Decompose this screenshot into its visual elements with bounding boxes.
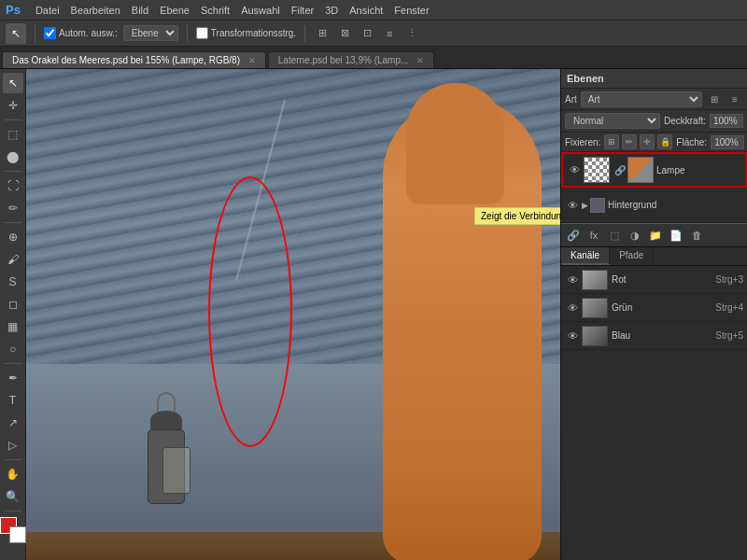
lantern-body	[148, 429, 185, 504]
menu-fenster[interactable]: Fenster	[394, 5, 429, 16]
art-select[interactable]: Art	[581, 91, 702, 107]
tab-secondary-close[interactable]: ✕	[416, 56, 424, 65]
tooltip-box: Zeigt die Verbindung von Ebenenmaske und…	[474, 207, 560, 225]
tool-gradient[interactable]: ▦	[3, 316, 23, 337]
tool-clone[interactable]: S	[3, 272, 23, 292]
tool-dodge[interactable]: ○	[3, 339, 23, 359]
transformation-check[interactable]	[196, 27, 208, 39]
tool-heal[interactable]: ⊕	[3, 227, 23, 247]
layer-hintergrund-folder	[590, 198, 605, 213]
channel-gruen-shortcut: Strg+4	[715, 302, 743, 313]
menu-filter[interactable]: Filter	[291, 5, 314, 16]
layer-hintergrund-eye[interactable]: 👁	[565, 198, 580, 213]
menu-schrift[interactable]: Schrift	[201, 5, 230, 16]
lock-all-btn[interactable]: 🔒	[657, 134, 672, 149]
tool-sep-4	[5, 363, 21, 364]
channel-gruen-eye[interactable]: 👁	[565, 301, 580, 315]
tool-brush[interactable]: 🖌	[3, 249, 23, 270]
align-icon-2[interactable]: ⊠	[336, 25, 353, 42]
lock-position-btn[interactable]: ✛	[640, 134, 655, 149]
tool-rect-select[interactable]: ⬚	[3, 124, 23, 145]
menu-bild[interactable]: Bild	[132, 5, 148, 16]
layers-header: Ebenen	[561, 69, 747, 89]
channel-rot-thumb	[582, 270, 608, 290]
channel-rot[interactable]: 👁 Rot Strg+3	[561, 266, 747, 294]
add-adjustment-btn[interactable]: ◑	[627, 227, 643, 244]
tool-lasso[interactable]: ⬤	[3, 147, 23, 167]
tool-path-select[interactable]: ↗	[3, 413, 23, 433]
channel-blau-eye[interactable]: 👁	[565, 329, 580, 343]
tool-zoom[interactable]: 🔍	[3, 486, 23, 507]
tool-eyedropper[interactable]: ✏	[3, 198, 23, 218]
tool-arrow[interactable]: ↖	[3, 73, 23, 93]
tab-main[interactable]: Das Orakel des Meeres.psd bei 155% (Lamp…	[2, 51, 266, 68]
tab-secondary[interactable]: Laterne.psd bei 13,9% (Lamp... ✕	[268, 51, 434, 68]
channel-rot-eye[interactable]: 👁	[565, 273, 580, 287]
tool-sep-1	[5, 119, 21, 120]
menu-bearbeiten[interactable]: Bearbeiten	[71, 5, 120, 16]
layer-lampe-eye[interactable]: 👁	[567, 162, 582, 177]
channel-gruen-name: Grün	[612, 302, 715, 313]
add-mask-btn[interactable]: ⬚	[606, 227, 623, 244]
menu-bar: Ps Datei Bearbeiten Bild Ebene Schrift A…	[0, 0, 747, 21]
search-row: Art Art ⊞ ≡	[561, 89, 747, 110]
search-icon-btn[interactable]: ⊞	[706, 91, 723, 107]
channel-blau-thumb	[582, 326, 608, 346]
sep2	[187, 25, 188, 42]
align-icon-1[interactable]: ⊞	[314, 25, 331, 42]
blend-mode-select[interactable]: Normal	[565, 113, 660, 129]
tool-eraser[interactable]: ◻	[3, 294, 23, 315]
tool-text[interactable]: T	[3, 390, 23, 411]
background-color[interactable]	[9, 526, 26, 543]
flaech-input[interactable]	[711, 135, 744, 149]
menu-ebene[interactable]: Ebene	[160, 5, 190, 16]
tool-crop[interactable]: ⛶	[3, 175, 23, 196]
channel-rot-name: Rot	[612, 274, 715, 285]
menu-ansicht[interactable]: Ansicht	[349, 5, 383, 16]
lock-pixels-btn[interactable]: ✏	[622, 134, 637, 149]
align-icon-3[interactable]: ⊡	[359, 25, 375, 42]
tool-move[interactable]: ✛	[3, 95, 23, 116]
tool-pen[interactable]: ✒	[3, 368, 23, 388]
add-style-btn[interactable]: fx	[585, 227, 602, 244]
ps-logo: Ps	[6, 3, 21, 17]
layer-hintergrund[interactable]: 👁 ▶ Hintergrund	[561, 188, 747, 223]
link-layers-btn[interactable]: 🔗	[565, 227, 582, 244]
move-tool-btn[interactable]: ↖	[6, 23, 26, 44]
align-icon-4[interactable]: ≡	[381, 25, 398, 42]
autom-checkbox[interactable]: Autom. ausw.:	[44, 27, 118, 39]
lantern-top	[150, 411, 182, 429]
color-squares	[0, 517, 26, 543]
tab-pfade[interactable]: Pfade	[610, 247, 654, 265]
channel-blau[interactable]: 👁 Blau Strg+5	[561, 322, 747, 350]
filter-icon[interactable]: ≡	[726, 91, 743, 107]
toolbar-row: ↖ Autom. ausw.: Ebene Transformationsstr…	[0, 21, 747, 47]
new-layer-btn[interactable]: 📄	[668, 227, 684, 244]
channel-gruen-thumb	[582, 298, 608, 318]
tool-shape[interactable]: ▷	[3, 435, 23, 455]
opacity-row: Deckkraft:	[664, 114, 743, 128]
lock-transparent-btn[interactable]: ⊞	[604, 134, 619, 149]
layer-hintergrund-arrow[interactable]: ▶	[582, 201, 588, 210]
align-icon-5[interactable]: ⋮	[403, 25, 420, 42]
layer-lampe-mask-thumb	[584, 157, 610, 183]
tool-hand[interactable]: ✋	[3, 464, 23, 484]
layer-lampe[interactable]: 👁 🔗 Lampe	[561, 152, 747, 188]
channel-gruen[interactable]: 👁 Grün Strg+4	[561, 294, 747, 322]
lock-icons: ⊞ ✏ ✛ 🔒	[604, 134, 672, 149]
autom-check[interactable]	[44, 27, 56, 39]
menu-auswahl[interactable]: Auswahl	[241, 5, 280, 16]
tab-main-close[interactable]: ✕	[248, 56, 256, 65]
delete-layer-btn[interactable]: 🗑	[688, 227, 705, 244]
menu-3d[interactable]: 3D	[325, 5, 338, 16]
tab-kanaele[interactable]: Kanäle	[561, 247, 610, 265]
layers-title: Ebenen	[567, 73, 604, 84]
ebene-select[interactable]: Ebene	[123, 25, 178, 41]
chain-icon[interactable]: 🔗	[614, 165, 626, 175]
menu-datei[interactable]: Datei	[35, 5, 60, 16]
tool-sep-6	[5, 511, 21, 511]
tab-bar: Das Orakel des Meeres.psd bei 155% (Lamp…	[0, 47, 747, 69]
new-group-btn[interactable]: 📁	[647, 227, 664, 244]
transformation-checkbox[interactable]: Transformationsstrg.	[196, 27, 296, 39]
opacity-input[interactable]	[710, 114, 743, 128]
